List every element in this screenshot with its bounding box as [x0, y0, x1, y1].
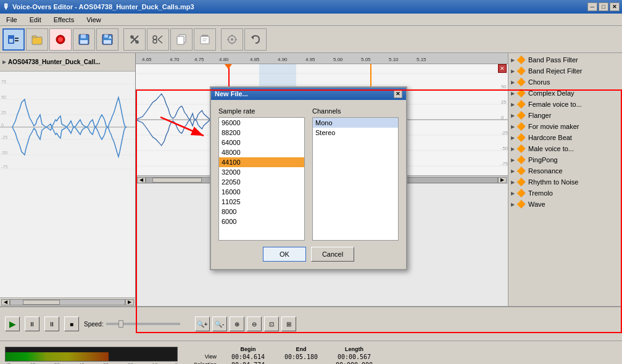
- effect-wave[interactable]: ▶ 🔶 Wave: [508, 199, 622, 210]
- speed-thumb[interactable]: [118, 320, 123, 328]
- timeline-mark-8: 5.00: [333, 57, 343, 62]
- record-button[interactable]: [49, 28, 72, 51]
- scroll-right-button[interactable]: ▶: [125, 299, 134, 305]
- effect-band-pass-filter[interactable]: ▶ 🔶 Band Pass Filter: [508, 54, 622, 65]
- undo-button[interactable]: [244, 28, 267, 51]
- effect-resonance[interactable]: ▶ 🔶 Resonance: [508, 165, 622, 176]
- stop-button[interactable]: ■: [64, 316, 79, 331]
- waveform-scroll-right[interactable]: ▶: [498, 177, 507, 183]
- minimize-button[interactable]: ─: [587, 2, 597, 11]
- view-end-value: 00:05.180: [280, 354, 323, 360]
- close-track-button[interactable]: ✕: [498, 64, 507, 73]
- rate-8000[interactable]: 8000: [219, 207, 304, 217]
- ok-button[interactable]: OK: [263, 247, 306, 262]
- effect-label-13: Tremolo: [528, 189, 553, 197]
- effect-complex-delay[interactable]: ▶ 🔶 Complex Delay: [508, 88, 622, 99]
- effect-arrow-13: ▶: [511, 191, 515, 196]
- dialog-close-button[interactable]: ✕: [394, 89, 402, 98]
- svg-text:75: 75: [1, 80, 6, 84]
- rate-48000[interactable]: 48000: [219, 147, 304, 157]
- menu-bar: File Edit Effects View: [0, 14, 622, 26]
- effect-movie-maker[interactable]: ▶ 🔶 For movie maker: [508, 121, 622, 132]
- loop-button[interactable]: ⏸: [25, 316, 39, 331]
- effect-icon-3: 🔶: [516, 78, 526, 86]
- effect-label-14: Wave: [528, 201, 545, 208]
- waveform-scroll-thumb[interactable]: [152, 178, 202, 183]
- horizontal-scrollbar[interactable]: ◀ ▶: [0, 297, 135, 306]
- svg-text:25: 25: [1, 110, 6, 115]
- effect-hardcore-beat[interactable]: ▶ 🔶 Hardcore Beat: [508, 132, 622, 143]
- rate-22050[interactable]: 22050: [219, 177, 304, 187]
- speed-slider[interactable]: [106, 323, 180, 325]
- sample-rate-label: Sample rate: [218, 107, 305, 115]
- copy-button[interactable]: [170, 28, 193, 51]
- rate-64000[interactable]: 64000: [219, 138, 304, 147]
- maximize-button[interactable]: □: [599, 2, 608, 11]
- sample-rate-listbox[interactable]: 96000 88200 64000 48000 44100 32000 2205…: [218, 117, 305, 241]
- play-button[interactable]: ▶: [5, 316, 20, 331]
- speed-section: Speed:: [84, 321, 180, 328]
- zoom-in-h-button[interactable]: ⊕: [230, 316, 244, 331]
- rate-32000[interactable]: 32000: [219, 167, 304, 177]
- paste-button[interactable]: [194, 28, 216, 51]
- save-button[interactable]: [73, 28, 95, 51]
- menu-file[interactable]: File: [2, 15, 21, 25]
- open-button[interactable]: [26, 28, 48, 51]
- rate-88200[interactable]: 88200: [219, 128, 304, 138]
- cancel-button[interactable]: Cancel: [311, 247, 354, 262]
- effect-arrow-4: ▶: [511, 91, 515, 96]
- scroll-thumb[interactable]: [23, 300, 60, 305]
- effect-band-reject-filter[interactable]: ▶ 🔶 Band Reject Filter: [508, 65, 622, 77]
- scroll-track[interactable]: [10, 299, 125, 305]
- menu-effects[interactable]: Effects: [50, 15, 78, 25]
- rate-11025[interactable]: 11025: [219, 197, 304, 207]
- zoom-out-h-button[interactable]: ⊖: [247, 316, 262, 331]
- effect-male-voice[interactable]: ▶ 🔶 Male voice to...: [508, 143, 622, 154]
- svg-text:A: A: [109, 35, 112, 39]
- rate-16000[interactable]: 16000: [219, 187, 304, 197]
- dialog-content: Sample rate 96000 88200 64000 48000 4410…: [211, 100, 406, 269]
- effect-label-3: Chorus: [528, 78, 550, 86]
- channels-listbox[interactable]: Mono Stereo: [312, 117, 399, 241]
- rate-96000[interactable]: 96000: [219, 118, 304, 128]
- channel-stereo[interactable]: Stereo: [313, 128, 398, 138]
- title-bar: 🎙 Voice-Overs Editor - AOS04738_Hunter_D…: [0, 0, 622, 14]
- selection-row: Selection 00:04.774 00:000.000: [183, 362, 617, 365]
- close-window-button[interactable]: ✕: [610, 2, 620, 11]
- effect-female-voice[interactable]: ▶ 🔶 Female voice to...: [508, 99, 622, 110]
- effects-panel: ▶ 🔶 Band Pass Filter ▶ 🔶 Band Reject Fil…: [508, 53, 622, 306]
- track-name-label: AOS04738_Hunter_Duck_Call...: [8, 59, 101, 65]
- dialog-columns: Sample rate 96000 88200 64000 48000 4410…: [218, 107, 399, 241]
- waveform-scroll-left[interactable]: ◀: [137, 177, 146, 183]
- timeline-mark-10: 5.10: [389, 57, 399, 62]
- effect-chorus[interactable]: ▶ 🔶 Chorus: [508, 77, 622, 88]
- effect-icon: 🔶: [516, 56, 526, 64]
- zoom-in-button[interactable]: 🔍+: [195, 316, 210, 331]
- svg-text:-50: -50: [1, 151, 7, 155]
- rate-6000[interactable]: 6000: [219, 217, 304, 226]
- zoom-reset-button[interactable]: ⊞: [281, 316, 296, 331]
- rate-44100[interactable]: 44100: [219, 157, 304, 167]
- effect-flanger[interactable]: ▶ 🔶 Flanger: [508, 110, 622, 121]
- time-info-section: Begin End Length View 00:04.614 00:05.18…: [183, 346, 617, 365]
- cut-tool-button[interactable]: [123, 28, 146, 51]
- zoom-fit-button[interactable]: ⊡: [264, 316, 279, 331]
- effect-icon-7: 🔶: [516, 122, 526, 131]
- timeline-mark-3: 4.75: [194, 57, 204, 62]
- zoom-out-button[interactable]: 🔍-: [212, 316, 227, 331]
- toolbar: A: [0, 26, 622, 53]
- pause-button[interactable]: ⏸: [44, 316, 59, 331]
- effect-tremolo[interactable]: ▶ 🔶 Tremolo: [508, 188, 622, 199]
- effect-label-7: For movie maker: [528, 123, 579, 130]
- save-as-button[interactable]: A: [96, 28, 118, 51]
- scroll-left-button[interactable]: ◀: [1, 299, 10, 305]
- select-tool-button[interactable]: [2, 28, 25, 51]
- effect-rhythm-to-noise[interactable]: ▶ 🔶 Rhythm to Noise: [508, 176, 622, 188]
- channel-mono[interactable]: Mono: [313, 118, 398, 128]
- tune-button[interactable]: [221, 28, 243, 51]
- menu-edit[interactable]: Edit: [26, 15, 45, 25]
- scissors-button[interactable]: [147, 28, 169, 51]
- effect-icon-9: 🔶: [516, 144, 526, 153]
- menu-view[interactable]: View: [83, 15, 105, 25]
- effect-pingpong[interactable]: ▶ 🔶 PingPong: [508, 154, 622, 165]
